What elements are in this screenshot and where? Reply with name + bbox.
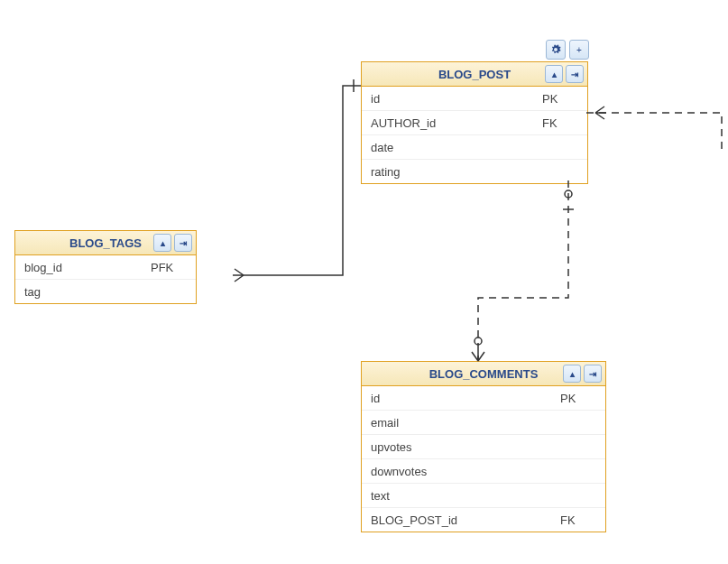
collapse-icon[interactable]: ▴ — [153, 234, 171, 252]
table-row[interactable]: BLOG_POST_idFK — [362, 508, 605, 532]
entity-blog-tags[interactable]: BLOG_TAGS ▴ ⇥ blog_idPFK tag — [14, 230, 197, 304]
entity-header[interactable]: BLOG_TAGS ▴ ⇥ — [15, 231, 196, 255]
relation-icon[interactable]: ⇥ — [566, 65, 584, 83]
table-row[interactable]: text — [362, 484, 605, 508]
collapse-icon[interactable]: ▴ — [545, 65, 563, 83]
connector-post-tags — [244, 86, 361, 275]
relation-icon[interactable]: ⇥ — [174, 234, 192, 252]
relation-icon[interactable]: ⇥ — [584, 365, 602, 383]
svg-point-0 — [565, 190, 572, 198]
entity-header[interactable]: BLOG_COMMENTS ▴ ⇥ — [362, 362, 605, 386]
table-row[interactable]: AUTHOR_idFK — [362, 111, 587, 135]
entity-rows: blog_idPFK tag — [15, 255, 196, 303]
entity-rows: idPK AUTHOR_idFK date rating — [362, 87, 587, 183]
entity-blog-post[interactable]: BLOG_POST ▴ ⇥ idPK AUTHOR_idFK date rati… — [361, 61, 588, 184]
collapse-icon[interactable]: ▴ — [563, 365, 581, 383]
table-row[interactable]: upvotes — [362, 435, 605, 459]
svg-point-1 — [475, 337, 482, 345]
connector-post-comments — [478, 180, 568, 361]
table-row[interactable]: idPK — [362, 87, 587, 111]
canvas-toolbar: + — [546, 40, 589, 60]
table-row[interactable]: rating — [362, 160, 587, 183]
plus-icon[interactable]: + — [569, 40, 589, 60]
table-row[interactable]: email — [362, 411, 605, 435]
entity-header[interactable]: BLOG_POST ▴ ⇥ — [362, 62, 587, 87]
table-row[interactable]: blog_idPFK — [15, 255, 196, 280]
table-row[interactable]: idPK — [362, 386, 605, 411]
entity-blog-comments[interactable]: BLOG_COMMENTS ▴ ⇥ idPK email upvotes dow… — [361, 361, 606, 532]
table-row[interactable]: date — [362, 135, 587, 160]
entity-rows: idPK email upvotes downvotes text BLOG_P… — [362, 386, 605, 532]
table-row[interactable]: downvotes — [362, 459, 605, 484]
connector-post-author — [586, 113, 722, 153]
gear-icon[interactable] — [546, 40, 566, 60]
table-row[interactable]: tag — [15, 280, 196, 303]
erd-canvas[interactable]: + BLOG_POST ▴ ⇥ idPK AUTHOR_idFK date ra… — [0, 0, 728, 564]
